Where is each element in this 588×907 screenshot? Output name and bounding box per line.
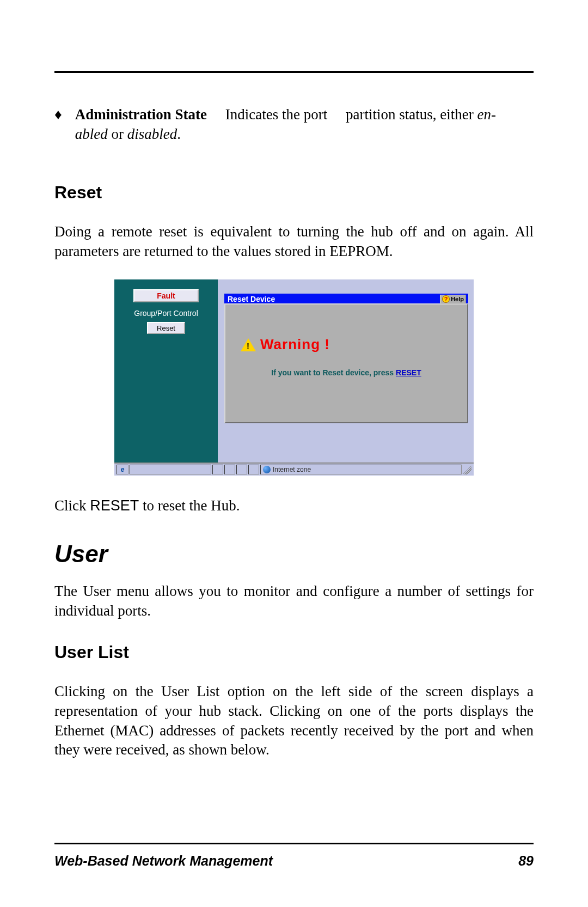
status-cell <box>224 465 235 474</box>
help-label: Help <box>451 296 464 302</box>
reset-link[interactable]: RESET <box>396 368 421 377</box>
bullet-diamond-icon: ♦ <box>54 105 62 144</box>
sidebar-label-group-port: Group/Port Control <box>134 309 198 318</box>
warning-row: Warning ! <box>241 336 467 353</box>
panel-titlebar: Reset Device ? Help <box>224 294 468 305</box>
help-button[interactable]: ? Help <box>440 295 466 303</box>
footer-title: Web-Based Network Management <box>54 853 273 869</box>
top-rule <box>54 71 534 73</box>
bullet-tail1: partition status, either <box>346 106 477 123</box>
bullet-term: Administration State <box>75 106 207 123</box>
fault-button[interactable]: Fault <box>133 289 199 302</box>
status-cell <box>130 465 211 474</box>
bullet-item: ♦ Administration State Indicates the por… <box>54 105 534 144</box>
resize-grip-icon[interactable] <box>463 465 471 474</box>
help-icon: ? <box>442 295 450 303</box>
status-zone: Internet zone <box>260 465 462 474</box>
warning-msg-pre: If you want to Reset device, press <box>271 368 396 377</box>
status-bar: e Internet zone <box>114 462 474 476</box>
globe-icon <box>263 466 271 473</box>
user-para: The User menu allows you to monitor and … <box>54 582 534 620</box>
page-number: 89 <box>518 853 534 869</box>
bullet-em1: en- <box>477 106 495 123</box>
status-cell <box>248 465 259 474</box>
status-cell <box>212 465 223 474</box>
panel-area: Reset Device ? Help Warning ! If you wan… <box>218 279 474 462</box>
panel-title-text: Reset Device <box>228 295 275 303</box>
user-list-para: Clicking on the User List option on the … <box>54 682 534 760</box>
click-reset-pre: Click <box>54 497 90 514</box>
panel-body: Warning ! If you want to Reset device, p… <box>224 303 468 423</box>
click-reset-post: to reset the Hub. <box>139 497 240 514</box>
heading-user-list: User List <box>54 642 534 662</box>
warning-text: Warning ! <box>260 336 330 353</box>
click-reset-line: Click RESET to reset the Hub. <box>54 497 534 514</box>
bullet-or: or <box>108 126 127 142</box>
warning-icon <box>241 338 256 351</box>
footer: Web-Based Network Management 89 <box>54 843 534 869</box>
app-window: Fault Group/Port Control Reset Reset Dev… <box>114 279 474 476</box>
sidebar-reset-button[interactable]: Reset <box>147 322 185 334</box>
heading-user: User <box>54 540 534 568</box>
reset-para: Doing a remote reset is equivalent to tu… <box>54 222 534 261</box>
status-cell <box>236 465 247 474</box>
status-zone-text: Internet zone <box>273 466 311 473</box>
app-main: Fault Group/Port Control Reset Reset Dev… <box>114 279 474 462</box>
bullet-mid: Indicates the port <box>225 106 327 123</box>
click-reset-word: RESET <box>90 497 139 514</box>
bullet-em2: abled <box>75 126 108 142</box>
bottom-rule <box>54 843 534 844</box>
sidebar: Fault Group/Port Control Reset <box>114 279 218 462</box>
warning-message: If you want to Reset device, press RESET <box>225 368 467 377</box>
screenshot: Fault Group/Port Control Reset Reset Dev… <box>54 279 534 476</box>
heading-reset: Reset <box>54 182 534 203</box>
bullet-text: Administration State Indicates the port … <box>75 105 534 144</box>
ie-icon: e <box>117 465 128 474</box>
bullet-em3: disabled <box>127 126 177 142</box>
bullet-dot: . <box>177 126 181 142</box>
